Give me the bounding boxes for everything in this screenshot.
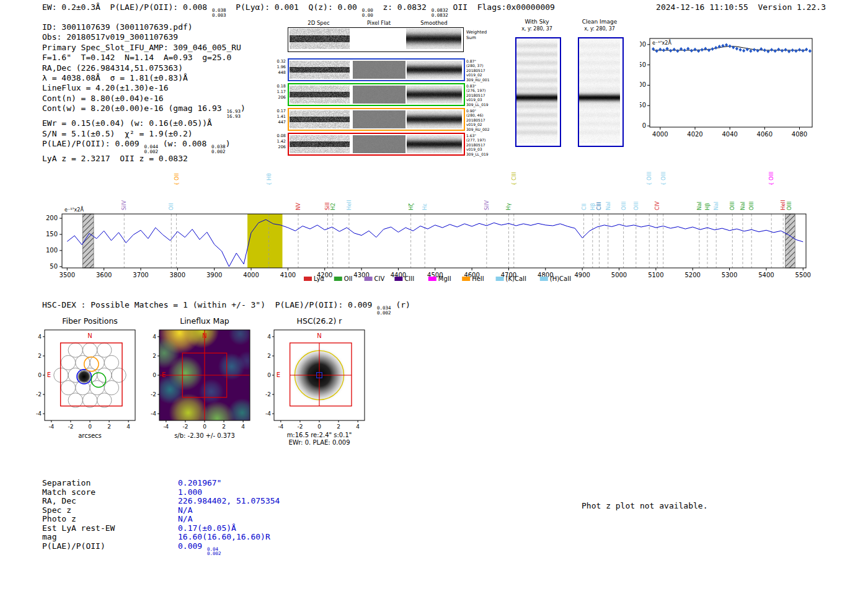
svg-text:-4: -4 [48, 424, 54, 430]
svg-text:4000: 4000 [652, 131, 668, 138]
info-line: EWr = 0.15(±0.04) (w: 0.16(±0.05))Å [42, 118, 246, 128]
match-table-value-frac: 0.040.002 [207, 547, 221, 556]
panel-title: Lineflux Map [180, 316, 229, 326]
cutout-smoothed-image [407, 86, 462, 104]
svg-text:4080: 4080 [792, 131, 807, 138]
svg-text:3800: 3800 [170, 272, 185, 278]
match-table-label: Spec z [42, 506, 178, 515]
svg-text:-4: -4 [278, 424, 283, 430]
cutout-row-left-stats: 0.321.96448 [268, 59, 286, 76]
match-table-row: RA, Dec226.984402, 51.075354 [42, 497, 280, 506]
match-table-row: Est LyA rest-EW0.17(±0.05)Å [42, 524, 280, 533]
svg-text:0: 0 [317, 424, 321, 430]
match-table-value: N/A [178, 514, 192, 523]
svg-text:-4: -4 [265, 411, 271, 417]
legend-swatch [365, 277, 373, 281]
match-table-label: RA, Dec [42, 497, 178, 506]
legend-label: MgII [438, 275, 451, 282]
emission-line-label: OIII [621, 202, 627, 210]
svg-text:2: 2 [337, 424, 340, 430]
svg-text:4: 4 [356, 424, 360, 430]
svg-text:-4: -4 [163, 424, 169, 430]
match-table-label: P(LAE)/P(OII) [42, 542, 178, 551]
cutout-smoothed-image [407, 61, 462, 79]
emission-line-label: OIII [748, 202, 755, 210]
svg-text:0: 0 [267, 372, 271, 378]
emission-line-label: { OII [174, 173, 180, 185]
cutout-col-header-pixelflat: Pixel Flat [367, 20, 391, 26]
header-summary-frac: 0.0380.003 [212, 8, 226, 17]
emission-line-label: OIII [633, 202, 639, 210]
match-table-value: 0.17(±0.05)Å [178, 523, 236, 533]
svg-text:4: 4 [153, 334, 156, 340]
match-table-label: mag [42, 533, 178, 542]
weighted-smoothed-image [406, 29, 461, 49]
info-line-text: λ = 4038.08Å σ = 1.81(±0.83)Å [42, 73, 188, 82]
svg-text:4100: 4100 [280, 272, 296, 278]
cutout-row-left-stats: 0.081.42206 [268, 133, 286, 150]
match-table-value-text: 0.17(±0.05)Å [178, 523, 236, 533]
svg-text:2: 2 [222, 424, 226, 430]
svg-text:50: 50 [50, 263, 58, 270]
fiber-positions-panel: Fiber Positions-4-4-2-2002244NEarcsecs [25, 316, 149, 448]
emission-line-label: { OIII [768, 172, 774, 185]
panel-title: Fiber Positions [62, 316, 118, 326]
zoom-units-annotation: e⁻¹⁷x2Å [652, 39, 671, 46]
svg-text:-2: -2 [297, 424, 303, 430]
with-sky-title: With Sky [525, 19, 549, 25]
legend-swatch [462, 277, 470, 281]
svg-text:0: 0 [203, 424, 206, 430]
svg-text:-4: -4 [36, 411, 42, 417]
emission-line-label: OIII [786, 202, 792, 210]
weighted-sum-label-line2: Sum [466, 35, 487, 41]
svg-text:-2: -2 [36, 391, 42, 398]
header-datetime: 2024-12-16 11:10:55 Version 1.22.3 [656, 2, 826, 12]
info-line: ID: 3001107639 (3001107639.pdf) [42, 22, 246, 32]
svg-text:4060: 4060 [757, 131, 773, 138]
legend-swatch [496, 277, 504, 281]
emission-line-label: HeII [346, 200, 352, 210]
observation-info-block: ID: 3001107639 (3001107639.pdf)Obs: 2018… [42, 22, 246, 164]
clean-image-coords: x, y: 280, 37 [584, 26, 615, 32]
info-line-text: LineFlux = 4.20(±1.30)e-16 [42, 83, 169, 92]
east-label: E [162, 371, 166, 378]
info-line: Cont(w) = 8.20(±0.00)e-16 (gmag 16.93 16… [42, 104, 246, 118]
info-line: F=1.6" T=0.142 N=1.14 A=0.93 g=25.0 [42, 53, 246, 63]
match-table-value-text: N/A [178, 505, 192, 515]
svg-text:200: 200 [640, 41, 646, 48]
legend-swatch [334, 277, 342, 281]
info-line: Obs: 20180517v019_3001107639 [42, 32, 246, 42]
info-line-text: RA,Dec (226.984314,51.075363) [42, 63, 183, 73]
match-table-row: Match score1.000 [42, 488, 280, 497]
emission-line-label: CII [581, 203, 587, 210]
east-label: E [47, 371, 51, 378]
cutout-row [288, 58, 465, 81]
match-table-label: Match score [42, 488, 178, 497]
header-summary-text: P(Lyα): 0.001 Q(z): 0.00 [226, 2, 362, 12]
info-line-text: Primary Spec_Slot_IFU_AMP: 309_046_005_R… [42, 43, 241, 52]
weighted-sum-label: Weighted Sum [466, 30, 487, 40]
header-summary-text: EW: 0.2±0.3Å P(LAE)/P(OII): 0.008 [42, 2, 212, 12]
emission-line-label: { OIII [660, 172, 666, 185]
info-line: S/N = 5.1(±0.5) χ² = 1.9(±0.2) [42, 129, 246, 139]
cutout-2dspec-image [290, 61, 350, 79]
info-line-text: Obs: 20180517v019_3001107639 [42, 32, 178, 42]
match-table-value: N/A [178, 505, 192, 515]
svg-text:5000: 5000 [611, 272, 627, 278]
emission-line-label: NaI [605, 202, 611, 210]
hsc-match-header-text: (r) [391, 300, 410, 309]
cutout-row-left-stats: 0.171.41447 [268, 109, 286, 125]
svg-text:0: 0 [38, 372, 42, 378]
svg-text:5400: 5400 [758, 272, 774, 278]
info-line-frac: 0.0380.002 [211, 144, 226, 154]
svg-text:2: 2 [38, 353, 42, 359]
svg-text:4: 4 [241, 424, 245, 430]
match-table-label: Photo z [42, 515, 178, 524]
east-label: E [277, 371, 280, 378]
match-table-value-text: 0.201967" [178, 478, 221, 487]
legend-swatch [394, 277, 402, 281]
svg-text:4040: 4040 [722, 131, 737, 138]
match-table-value: 226.984402, 51.075354 [178, 496, 280, 505]
info-line-frac: 16.9316.93 [226, 109, 241, 118]
cutout-row [288, 108, 465, 131]
